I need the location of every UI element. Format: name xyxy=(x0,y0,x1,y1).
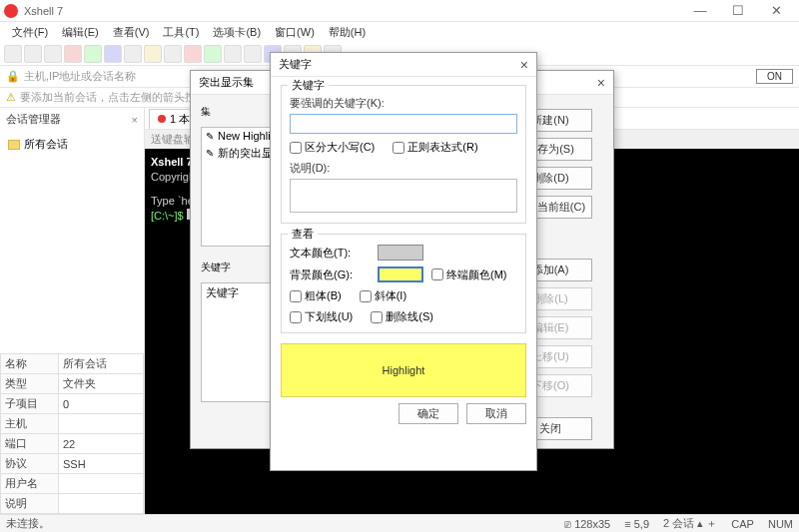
minimize-button[interactable]: — xyxy=(681,0,719,22)
table-row: 端口22 xyxy=(1,434,144,454)
menu-view[interactable]: 查看(V) xyxy=(107,23,156,42)
desc-input[interactable] xyxy=(290,179,517,213)
prop-val: 文件夹 xyxy=(59,374,144,394)
statusbar: 未连接。 ⎚ 128x35 ≡ 5,9 2 会话 ▴ ＋ CAP NUM xyxy=(0,514,799,532)
prop-key: 协议 xyxy=(1,454,59,474)
tool-icon[interactable] xyxy=(64,45,82,63)
case-checkbox[interactable]: 区分大小写(C) xyxy=(290,140,375,155)
tool-icon[interactable] xyxy=(44,45,62,63)
menu-window[interactable]: 窗口(W) xyxy=(269,23,321,42)
maximize-button[interactable]: ☐ xyxy=(719,0,757,22)
close-button[interactable]: ✕ xyxy=(757,0,795,22)
app-logo xyxy=(4,4,18,18)
app-title: Xshell 7 xyxy=(24,5,681,17)
prop-val xyxy=(59,414,144,434)
prop-val xyxy=(59,494,144,514)
keyword-dialog-title-text: 关键字 xyxy=(279,57,312,72)
cancel-button[interactable]: 取消 xyxy=(466,403,526,424)
tool-icon[interactable] xyxy=(84,45,102,63)
prop-val: 22 xyxy=(59,434,144,454)
table-row: 协议SSH xyxy=(1,454,144,474)
regex-checkbox[interactable]: 正则表达式(R) xyxy=(393,140,477,155)
menu-edit[interactable]: 编辑(E) xyxy=(56,23,105,42)
session-panel-label: 会话管理器 xyxy=(6,112,61,127)
textcolor-label: 文本颜色(T): xyxy=(290,246,370,261)
italic-checkbox[interactable]: 斜体(I) xyxy=(360,288,406,303)
view-group-label: 查看 xyxy=(288,227,318,242)
view-group: 查看 文本颜色(T): 背景颜色(G): 终端颜色(M) 粗体(B) 斜体(I)… xyxy=(281,234,526,333)
close-icon[interactable]: × xyxy=(520,57,528,73)
tool-icon[interactable] xyxy=(124,45,142,63)
session-panel-title: 会话管理器 × xyxy=(0,108,144,131)
session-properties: 名称所有会话类型文件夹子项目0主机端口22协议SSH用户名说明 xyxy=(0,353,144,514)
prop-key: 端口 xyxy=(1,434,59,454)
table-row: 子项目0 xyxy=(1,394,144,414)
preview-box: Highlight xyxy=(281,343,526,397)
bgcolor-swatch[interactable] xyxy=(378,266,423,282)
status-num: NUM xyxy=(768,518,793,530)
underline-checkbox[interactable]: 下划线(U) xyxy=(290,309,353,324)
table-row: 说明 xyxy=(1,494,144,514)
titlebar: Xshell 7 — ☐ ✕ xyxy=(0,0,799,22)
table-row: 用户名 xyxy=(1,474,144,494)
prop-val: SSH xyxy=(59,454,144,474)
session-tree[interactable]: 所有会话 xyxy=(0,131,144,158)
prop-key: 主机 xyxy=(1,414,59,434)
ok-button[interactable]: 确定 xyxy=(399,403,458,424)
close-icon[interactable]: × xyxy=(132,114,138,126)
termcolor-checkbox[interactable]: 终端颜色(M) xyxy=(431,267,507,282)
hint-icon: ⚠ xyxy=(6,91,16,104)
toggle-on[interactable]: ON xyxy=(756,69,793,84)
status-dim: ⎚ 128x35 xyxy=(564,518,610,530)
table-row: 类型文件夹 xyxy=(1,374,144,394)
window-controls: — ☐ ✕ xyxy=(681,0,795,22)
menubar: 文件(F) 编辑(E) 查看(V) 工具(T) 选项卡(B) 窗口(W) 帮助(… xyxy=(0,22,799,42)
highlight-dialog-title-text: 突出显示集 xyxy=(199,75,254,90)
menu-file[interactable]: 文件(F) xyxy=(6,23,54,42)
table-row: 名称所有会话 xyxy=(1,354,144,374)
preview-text: Highlight xyxy=(383,364,425,376)
keyword-label: 要强调的关键字(K): xyxy=(290,96,517,111)
prop-key: 类型 xyxy=(1,374,59,394)
desc-label: 说明(D): xyxy=(290,161,517,176)
tool-icon[interactable] xyxy=(184,45,202,63)
hint-text: 要添加当前会话，点击左侧的箭头按钮。 xyxy=(20,90,218,105)
status-connection: 未连接。 xyxy=(6,516,50,531)
textcolor-swatch[interactable] xyxy=(378,245,423,261)
table-row: 主机 xyxy=(1,414,144,434)
tree-root[interactable]: 所有会话 xyxy=(8,135,136,154)
keyword-group-label: 关键字 xyxy=(288,78,329,93)
bgcolor-label: 背景颜色(G): xyxy=(290,267,370,282)
tool-icon[interactable] xyxy=(144,45,162,63)
keyword-dialog: 关键字 × 关键字 要强调的关键字(K): 区分大小写(C) 正则表达式(R) … xyxy=(270,52,537,471)
menu-tools[interactable]: 工具(T) xyxy=(157,23,205,42)
bold-checkbox[interactable]: 粗体(B) xyxy=(290,288,342,303)
tool-icon[interactable] xyxy=(104,45,122,63)
prop-val: 0 xyxy=(59,394,144,414)
prop-key: 子项目 xyxy=(1,394,59,414)
tool-icon[interactable] xyxy=(24,45,42,63)
keyword-group: 关键字 要强调的关键字(K): 区分大小写(C) 正则表达式(R) 说明(D): xyxy=(281,85,526,224)
tool-icon[interactable] xyxy=(224,45,242,63)
tab-dot xyxy=(158,115,166,123)
tool-icon[interactable] xyxy=(164,45,182,63)
terminal-prompt: [C:\~]$ xyxy=(151,210,187,222)
prop-val xyxy=(59,474,144,494)
lock-icon: 🔒 xyxy=(6,70,20,83)
address-placeholder[interactable]: 主机,IP地址或会话名称 xyxy=(24,69,136,84)
prop-key: 说明 xyxy=(1,494,59,514)
tool-icon[interactable] xyxy=(4,45,22,63)
menu-help[interactable]: 帮助(H) xyxy=(323,23,372,42)
prop-key: 用户名 xyxy=(1,474,59,494)
close-icon[interactable]: × xyxy=(597,75,605,91)
keyword-dialog-title: 关键字 × xyxy=(271,53,536,77)
tool-icon[interactable] xyxy=(244,45,262,63)
tree-root-label: 所有会话 xyxy=(24,137,68,152)
prop-val: 所有会话 xyxy=(59,354,144,374)
keyword-input[interactable] xyxy=(290,114,517,134)
tool-icon[interactable] xyxy=(204,45,222,63)
status-sessions[interactable]: 2 会话 ▴ ＋ xyxy=(663,516,717,531)
status-cap: CAP xyxy=(731,518,754,530)
strike-checkbox[interactable]: 删除线(S) xyxy=(371,309,433,324)
menu-tabs[interactable]: 选项卡(B) xyxy=(207,23,267,42)
